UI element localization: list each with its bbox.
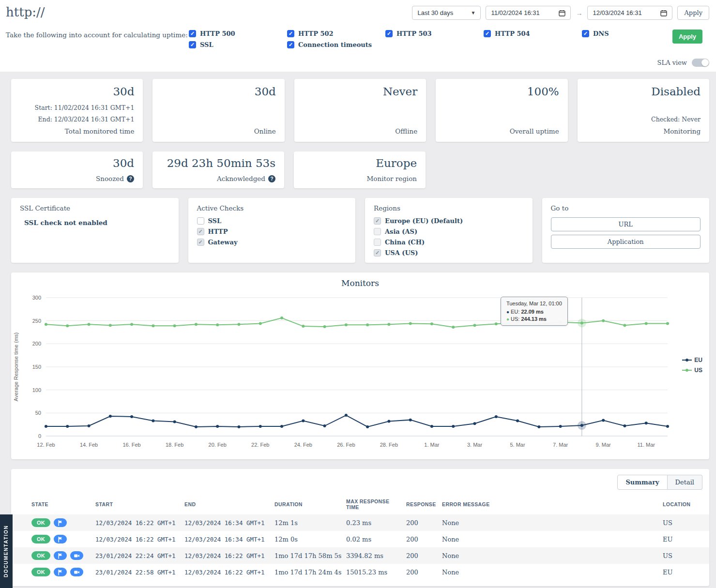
checkbox-icon[interactable]: ✓ xyxy=(374,249,381,256)
help-icon[interactable]: ? xyxy=(268,175,275,182)
uptime-filter-http-503[interactable]: ✓HTTP 503 xyxy=(385,30,484,37)
uptime-filter-connection-timeouts[interactable]: ✓Connection timeouts xyxy=(287,41,385,48)
cell-location: EU xyxy=(663,531,709,547)
apply-range-button[interactable]: Apply xyxy=(677,6,709,20)
stat-label: Monitor region xyxy=(303,175,417,182)
legend-marker-icon xyxy=(682,368,692,372)
flag-icon[interactable] xyxy=(54,551,67,560)
incidents-tabs: Summary Detail xyxy=(11,475,702,490)
cell-location: US xyxy=(663,547,709,564)
cell-end: 12/03/2024 16:34 GMT+1 xyxy=(184,514,274,531)
region-china-ch[interactable]: China (CH) xyxy=(374,239,524,246)
checkbox-label: Connection timeouts xyxy=(298,41,372,48)
cell-error-message: None xyxy=(442,564,663,580)
checkbox-icon[interactable]: ✓ xyxy=(197,228,204,235)
apply-filters-button[interactable]: Apply xyxy=(672,30,702,44)
svg-text:22. Feb: 22. Feb xyxy=(251,442,269,448)
checkbox-icon[interactable]: ✓ xyxy=(374,217,381,225)
range-select-value: Last 30 days xyxy=(417,9,453,16)
ssl-status-message: SSL check not enabled xyxy=(24,219,170,226)
svg-text:18. Feb: 18. Feb xyxy=(166,442,183,448)
chevron-down-icon: ▼ xyxy=(471,10,476,15)
svg-text:11. Mar: 11. Mar xyxy=(637,442,655,448)
checkbox-icon[interactable] xyxy=(374,228,381,235)
chart-plot-area[interactable]: 05010015020025030012. Feb14. Feb16. Feb1… xyxy=(11,291,709,454)
tab-detail[interactable]: Detail xyxy=(668,475,702,490)
legend-item-us[interactable]: US xyxy=(682,367,702,374)
date-to-input[interactable]: 12/03/2024 16:31 xyxy=(587,6,672,20)
sla-toggle[interactable] xyxy=(692,59,709,67)
response-time-chart: 05010015020025030012. Feb14. Feb16. Feb1… xyxy=(11,291,709,454)
flag-icon[interactable] xyxy=(54,568,67,576)
active-check-http[interactable]: ✓HTTP xyxy=(197,228,347,235)
panel-title: Go to xyxy=(551,204,701,212)
table-row[interactable]: OK 23/01/2024 22:24 GMT+1 12/03/2024 16:… xyxy=(11,547,709,564)
checkbox-icon[interactable]: ✓ xyxy=(385,30,393,37)
uptime-filters-label: Take the following into account for calc… xyxy=(6,31,188,39)
stat-line: Start: 11/02/2024 16:31 GMT+1 xyxy=(20,104,134,111)
checkbox-label: USA (US) xyxy=(385,249,418,256)
table-row[interactable]: OK 12/03/2024 16:22 GMT+1 12/03/2024 16:… xyxy=(11,531,709,547)
sla-view-label: SLA view xyxy=(657,59,687,66)
checkbox-label: HTTP 502 xyxy=(298,30,334,37)
column-header-duration: DURATION xyxy=(274,494,346,514)
active-check-ssl[interactable]: SSL xyxy=(197,217,347,225)
uptime-filter-http-502[interactable]: ✓HTTP 502 xyxy=(287,30,385,37)
checkbox-icon[interactable]: ✓ xyxy=(287,30,294,37)
stat-value: 100% xyxy=(444,86,559,98)
cell-start: 12/03/2024 16:22 GMT+1 xyxy=(95,514,184,531)
tab-summary[interactable]: Summary xyxy=(617,475,667,490)
topbar: http:// Last 30 days ▼ 11/02/2024 16:31 … xyxy=(0,0,716,72)
table-row[interactable]: OK 23/01/2024 22:58 GMT+1 12/03/2024 16:… xyxy=(11,564,709,580)
panel-title: SSL Certificate xyxy=(20,204,170,212)
svg-text:3. Mar: 3. Mar xyxy=(467,442,483,448)
legend-item-eu[interactable]: EU xyxy=(682,357,702,363)
range-select[interactable]: Last 30 days ▼ xyxy=(412,6,481,20)
checkbox-label: HTTP xyxy=(208,228,228,235)
checkbox-icon[interactable]: ✓ xyxy=(484,30,491,37)
column-header-state: STATE xyxy=(11,494,95,514)
camera-icon[interactable] xyxy=(70,551,83,560)
uptime-filter-http-504[interactable]: ✓HTTP 504 xyxy=(484,30,582,37)
flag-icon[interactable] xyxy=(54,518,67,527)
region-asia-as[interactable]: Asia (AS) xyxy=(374,228,524,235)
goto-application-button[interactable]: Application xyxy=(551,235,701,249)
goto-panel: Go to URL Application xyxy=(542,198,710,263)
checkbox-icon[interactable]: ✓ xyxy=(287,41,294,48)
series-dot-icon: ● xyxy=(506,317,509,322)
region-usa-us[interactable]: ✓USA (US) xyxy=(374,249,524,256)
date-from-input[interactable]: 11/02/2024 16:31 xyxy=(486,6,571,20)
checkbox-label: HTTP 503 xyxy=(396,30,432,37)
checkbox-label: DNS xyxy=(593,30,609,37)
documentation-tab[interactable]: DOCUMENTATION xyxy=(0,514,13,588)
panels-row: SSL Certificate SSL check not enabled Ac… xyxy=(11,198,709,263)
flag-icon[interactable] xyxy=(54,535,67,543)
stat-card-offline: Never Offline xyxy=(294,79,426,142)
checkbox-icon[interactable]: ✓ xyxy=(189,41,196,48)
cell-start: 23/01/2024 22:24 GMT+1 xyxy=(95,547,184,564)
uptime-filter-ssl[interactable]: ✓SSL xyxy=(189,41,287,48)
checkbox-icon[interactable] xyxy=(374,239,381,246)
stat-line: End: 12/03/2024 16:31 GMT+1 xyxy=(20,116,134,123)
cell-response: 200 xyxy=(406,514,442,531)
checkbox-icon[interactable]: ✓ xyxy=(197,239,204,246)
uptime-filter-http-500[interactable]: ✓HTTP 500 xyxy=(189,30,287,37)
stat-value: 29d 23h 50min 53s xyxy=(161,157,275,169)
panel-title: Regions xyxy=(374,204,524,212)
checkbox-icon[interactable] xyxy=(197,217,204,225)
stat-cards-row-2: 30d Snoozed? 29d 23h 50min 53s Acknowled… xyxy=(11,151,709,188)
checkbox-icon[interactable]: ✓ xyxy=(582,30,589,37)
goto-url-button[interactable]: URL xyxy=(551,217,701,231)
cell-start: 23/01/2024 22:58 GMT+1 xyxy=(95,564,184,580)
camera-icon[interactable] xyxy=(70,568,83,576)
region-europe-eu-default[interactable]: ✓Europe (EU) (Default) xyxy=(374,217,524,225)
uptime-filter-dns[interactable]: ✓DNS xyxy=(582,30,680,37)
help-icon[interactable]: ? xyxy=(127,175,134,182)
date-range-arrow-icon: → xyxy=(576,9,582,17)
active-check-gateway[interactable]: ✓Gateway xyxy=(197,239,347,246)
checkbox-label: Asia (AS) xyxy=(385,228,417,235)
checkbox-icon[interactable]: ✓ xyxy=(189,30,196,37)
table-row[interactable]: OK 12/03/2024 16:22 GMT+1 12/03/2024 16:… xyxy=(11,514,709,531)
status-badge: OK xyxy=(31,518,50,527)
stat-card-online: 30d Online xyxy=(152,79,284,142)
